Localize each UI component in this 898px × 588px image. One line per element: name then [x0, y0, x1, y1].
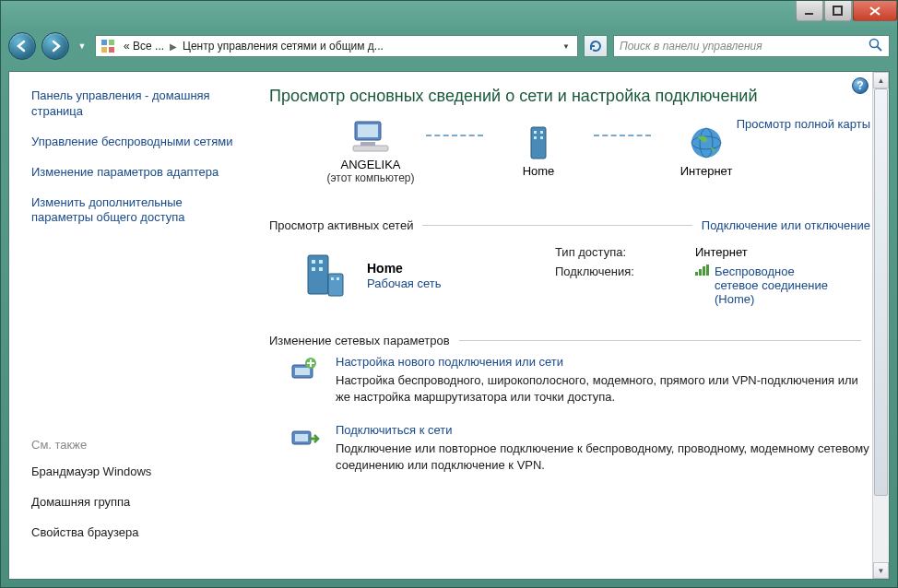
svg-rect-21 [312, 260, 315, 264]
connector-2 [594, 135, 651, 136]
map-node-internet-label: Интернет [680, 164, 733, 178]
back-arrow-icon [15, 40, 30, 53]
panel-icon [100, 38, 116, 54]
globe-icon [684, 123, 728, 162]
sidebar-item-adapter[interactable]: Изменение параметров адаптера [31, 165, 236, 181]
svg-rect-14 [540, 131, 543, 134]
connection-link-label: Беспроводное сетевое соединение (Home) [715, 265, 834, 306]
task-connect-network-link[interactable]: Подключиться к сети [336, 423, 870, 437]
sidebar-item-wireless[interactable]: Управление беспроводными сетями [31, 135, 236, 150]
svg-rect-27 [337, 277, 339, 280]
forward-arrow-icon [48, 40, 63, 53]
main-panel: ? Просмотр основных сведений о сети и на… [247, 72, 889, 579]
network-tower-icon [516, 123, 561, 162]
network-map: Просмотр полной карты ANGELIKA (этот ком… [269, 117, 870, 209]
close-icon [868, 6, 881, 17]
map-node-computer-sublabel: (этот компьютер) [327, 171, 415, 184]
breadcrumb-root[interactable]: « Все ... [120, 40, 168, 53]
refresh-button[interactable] [584, 35, 608, 57]
svg-rect-9 [358, 124, 378, 137]
change-settings-label: Изменение сетевых параметров [269, 334, 450, 347]
close-button[interactable] [853, 1, 897, 21]
scroll-up-button[interactable]: ▲ [873, 72, 889, 88]
svg-line-7 [878, 46, 882, 51]
connect-disconnect-link[interactable]: Подключение или отключение [702, 218, 870, 232]
minimize-button[interactable] [796, 1, 823, 21]
task-new-connection-desc: Настройка беспроводного, широкополосного… [336, 372, 870, 405]
scroll-down-button[interactable]: ▼ [873, 562, 889, 579]
content-area: Панель управления - домашняя страница Уп… [8, 71, 890, 580]
svg-rect-12 [531, 127, 546, 159]
network-name: Home [367, 261, 442, 276]
maximize-icon [833, 6, 844, 17]
maximize-button[interactable] [824, 1, 852, 21]
task-new-connection: Настройка нового подключения или сети На… [288, 355, 870, 405]
svg-rect-1 [833, 6, 842, 15]
chevron-right-icon: ▶ [170, 41, 177, 52]
sidebar-item-sharing[interactable]: Изменить дополнительные параметры общего… [31, 195, 236, 227]
seealso-firewall[interactable]: Брандмауэр Windows [31, 465, 236, 480]
sidebar-home-link[interactable]: Панель управления - домашняя страница [31, 88, 236, 120]
svg-rect-15 [534, 136, 537, 139]
network-type-link[interactable]: Рабочая сеть [367, 276, 442, 290]
help-button[interactable]: ? [852, 77, 868, 94]
task-connect-network-desc: Подключение или повторное подключение к … [336, 441, 870, 473]
address-bar[interactable]: « Все ... ▶ Центр управления сетями и об… [95, 35, 578, 57]
left-sidebar: Панель управления - домашняя страница Уп… [9, 72, 247, 579]
svg-rect-2 [101, 40, 107, 45]
search-input[interactable]: Поиск в панели управления [613, 35, 890, 57]
connect-network-icon [288, 423, 321, 453]
search-placeholder: Поиск в панели управления [620, 40, 762, 53]
svg-rect-26 [331, 277, 334, 280]
minimize-icon [804, 6, 815, 17]
access-type-key: Тип доступа: [555, 245, 684, 259]
wifi-signal-icon [695, 265, 709, 276]
scroll-thumb[interactable] [874, 88, 888, 496]
map-node-computer: ANGELIKA (этот компьютер) [315, 117, 426, 184]
svg-rect-32 [295, 434, 308, 441]
map-node-internet: Интернет [651, 123, 762, 178]
back-button[interactable] [8, 32, 36, 60]
full-map-link[interactable]: Просмотр полной карты [737, 117, 870, 131]
active-networks-label: Просмотр активных сетей [269, 218, 413, 232]
access-type-val: Интернет [695, 245, 834, 259]
svg-point-6 [870, 39, 879, 47]
scroll-track[interactable] [873, 88, 889, 562]
map-node-computer-label: ANGELIKA [340, 158, 400, 171]
title-bar [1, 1, 897, 29]
new-connection-icon [288, 355, 321, 384]
svg-rect-0 [805, 13, 813, 15]
active-network-block: Home Рабочая сеть Тип доступа: Интернет … [269, 240, 870, 324]
connections-key: Подключения: [555, 265, 684, 306]
svg-rect-10 [360, 142, 375, 146]
page-title: Просмотр основных сведений о сети и наст… [269, 87, 870, 106]
task-new-connection-link[interactable]: Настройка нового подключения или сети [336, 355, 870, 369]
search-icon[interactable] [868, 38, 883, 55]
vertical-scrollbar[interactable]: ▲ ▼ [872, 72, 889, 579]
svg-rect-3 [109, 40, 114, 45]
svg-rect-25 [328, 274, 343, 296]
history-dropdown[interactable]: ▼ [75, 36, 89, 56]
refresh-icon [588, 39, 603, 53]
address-dropdown[interactable]: ▼ [559, 42, 573, 51]
connection-link[interactable]: Беспроводное сетевое соединение (Home) [695, 265, 834, 306]
forward-button[interactable] [41, 32, 69, 60]
seealso-homegroup[interactable]: Домашняя группа [31, 495, 236, 511]
seealso-browser[interactable]: Свойства браузера [31, 525, 236, 541]
svg-rect-22 [319, 260, 323, 264]
connector-1 [426, 135, 483, 136]
window-frame: ▼ « Все ... ▶ Центр управления сетями и … [0, 0, 898, 588]
map-node-network: Home [483, 123, 594, 178]
svg-rect-11 [353, 146, 388, 151]
svg-rect-16 [540, 136, 543, 139]
svg-rect-13 [534, 131, 537, 134]
breadcrumb-root-prefix: « [124, 40, 130, 53]
svg-rect-23 [312, 267, 315, 271]
task-connect-network: Подключиться к сети Подключение или повт… [288, 423, 870, 473]
svg-rect-20 [308, 255, 328, 294]
map-node-network-label: Home [523, 164, 555, 178]
svg-rect-4 [101, 47, 107, 53]
active-networks-header: Просмотр активных сетей Подключение или … [269, 218, 870, 232]
network-icon [297, 248, 354, 303]
breadcrumb-current[interactable]: Центр управления сетями и общим д... [179, 40, 387, 53]
